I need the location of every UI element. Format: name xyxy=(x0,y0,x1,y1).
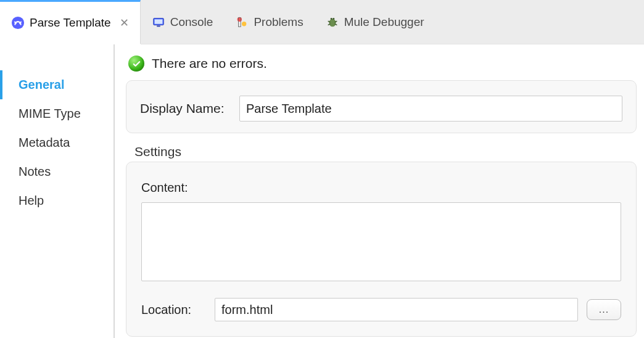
content-label: Content: xyxy=(141,181,621,195)
tab-parse-template[interactable]: Parse Template ✕ xyxy=(0,0,141,44)
success-icon xyxy=(128,56,144,72)
status-message: There are no errors. xyxy=(152,56,267,71)
tab-label: Mule Debugger xyxy=(344,15,424,29)
display-name-label: Display Name: xyxy=(140,101,229,116)
sidebar-item-label: Notes xyxy=(19,165,51,178)
tab-mule-debugger[interactable]: Mule Debugger xyxy=(315,0,436,44)
close-icon[interactable]: ✕ xyxy=(120,16,129,30)
tab-strip: Parse Template ✕ Console Problems xyxy=(0,0,644,44)
display-name-input[interactable] xyxy=(239,96,622,122)
sidebar-item-general[interactable]: General xyxy=(0,70,114,99)
console-icon xyxy=(152,15,165,29)
svg-point-5 xyxy=(242,22,246,26)
svg-rect-2 xyxy=(157,25,160,27)
tab-label: Parse Template xyxy=(30,16,111,30)
tab-console[interactable]: Console xyxy=(141,0,225,44)
sidebar-item-label: MIME Type xyxy=(19,107,81,120)
sidebar-item-label: Help xyxy=(19,194,44,207)
location-input[interactable] xyxy=(215,298,578,321)
svg-point-12 xyxy=(330,18,332,20)
main-panel: There are no errors. Display Name: Setti… xyxy=(115,44,644,338)
sidebar-item-metadata[interactable]: Metadata xyxy=(0,128,114,157)
display-name-panel: Display Name: xyxy=(126,80,637,133)
svg-rect-3 xyxy=(154,19,162,23)
settings-title: Settings xyxy=(134,144,637,159)
sidebar-item-label: Metadata xyxy=(19,136,70,149)
mule-debugger-icon xyxy=(326,15,339,29)
tab-problems[interactable]: Problems xyxy=(224,0,314,44)
tab-label: Problems xyxy=(254,15,303,29)
problems-icon xyxy=(235,15,249,29)
sidebar: General MIME Type Metadata Notes Help xyxy=(0,44,115,338)
sidebar-item-help[interactable]: Help xyxy=(0,186,114,215)
sidebar-item-mime-type[interactable]: MIME Type xyxy=(0,99,114,128)
status-bar: There are no errors. xyxy=(126,54,637,80)
content-textarea[interactable] xyxy=(141,202,621,281)
svg-point-7 xyxy=(329,19,336,27)
svg-point-13 xyxy=(332,18,334,20)
browse-button[interactable]: ... xyxy=(587,299,621,320)
tab-label: Console xyxy=(170,15,213,29)
sidebar-item-notes[interactable]: Notes xyxy=(0,157,114,186)
location-label: Location: xyxy=(141,303,206,317)
svg-point-0 xyxy=(12,17,24,29)
settings-panel: Content: Location: ... xyxy=(126,162,637,337)
sidebar-item-label: General xyxy=(19,78,64,91)
parse-template-icon xyxy=(11,16,25,30)
